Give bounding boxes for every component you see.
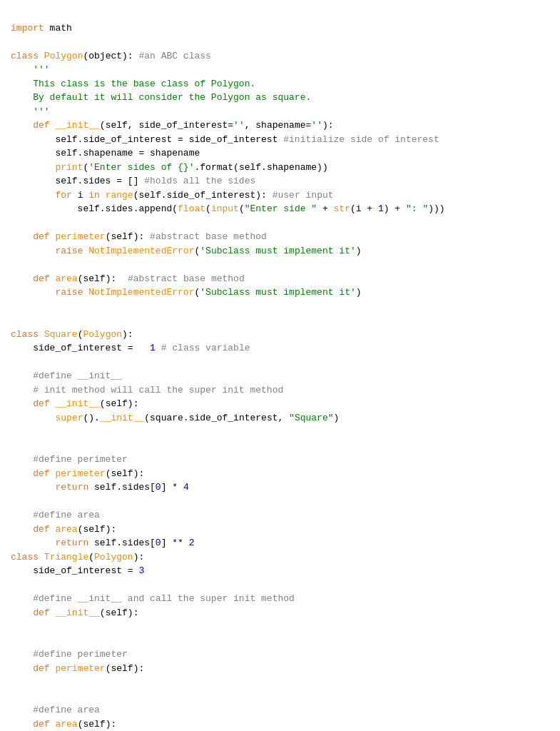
line-area-def: def area(self): #abstract base method (11, 273, 245, 284)
line-docstring2: This class is the base class of Polygon. (11, 79, 255, 89)
line-class-square: class Square(Polygon): (11, 329, 133, 340)
line-return-area: return self.sides[0] ** 2 (11, 538, 195, 548)
line-class-polygon: class Polygon(object): #an ABC class (11, 51, 211, 61)
line-init-def: def __init__(self, side_of_interest='', … (11, 120, 334, 131)
line-super: super().__init__(square.side_of_interest… (11, 413, 339, 423)
line-square-area: def area(self): (11, 524, 116, 535)
line-side-of-interest: self.side_of_interest = side_of_interest… (11, 134, 439, 145)
line-hash-triangle-perimeter: #define perimeter (11, 649, 128, 660)
line-hash-perimeter: #define perimeter (11, 454, 128, 465)
line-sides: self.sides = [] #holds all the sides (11, 176, 255, 186)
code-editor: import math class Polygon(object): #an A… (11, 7, 549, 731)
line-square-perimeter: def perimeter(self): (11, 468, 144, 479)
line-for: for i in range(self.side_of_interest): #… (11, 190, 334, 201)
line-hash-init: #define __init__ (11, 370, 122, 381)
line-triangle-init: def __init__(self): (11, 608, 138, 618)
line-comment-init: # init method will call the super init m… (11, 385, 283, 395)
line-shapename: self.shapename = shapename (11, 148, 200, 158)
line-hash-area: #define area (11, 510, 100, 520)
line-raise1: raise NotImplementedError('Subclass must… (11, 246, 362, 256)
line-triangle-side: side_of_interest = 3 (11, 565, 144, 576)
line-docstring4: ''' (11, 106, 50, 117)
line-triangle-perimeter: def perimeter(self): (11, 663, 144, 674)
line-append: self.sides.append(float(input("Enter sid… (11, 203, 445, 214)
line-raise2: raise NotImplementedError('Subclass must… (11, 287, 362, 298)
line-docstring3: By default it will consider the Polygon … (11, 92, 311, 103)
line-side-var: side_of_interest = 1 # class variable (11, 343, 250, 353)
line-hash-triangle-init: #define __init__ and call the super init… (11, 593, 295, 604)
line-import: import math (11, 23, 72, 34)
line-perimeter-def: def perimeter(self): #abstract base meth… (11, 231, 267, 242)
line-triangle-area: def area(self): (11, 719, 116, 730)
line-class-triangle: class Triangle(Polygon): (11, 552, 144, 563)
line-docstring1: ''' (11, 64, 50, 75)
line-square-init: def __init__(self): (11, 398, 138, 409)
line-print: print('Enter sides of {}'.format(self.sh… (11, 162, 328, 173)
line-return-perimeter: return self.sides[0] * 4 (11, 482, 189, 493)
line-hash-triangle-area: #define area (11, 705, 100, 715)
